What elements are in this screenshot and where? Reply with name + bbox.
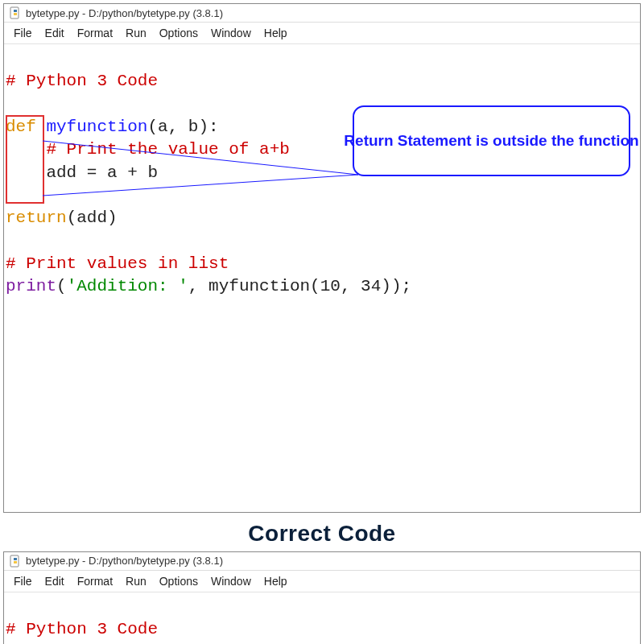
code-line: # Python 3 Code xyxy=(6,620,158,638)
code-line: # Python 3 Code xyxy=(6,72,158,90)
menubar: File Edit Format Run Options Window Help xyxy=(4,571,640,592)
code-line: # Print the value of a+b xyxy=(6,140,290,159)
menu-window[interactable]: Window xyxy=(204,573,258,589)
code-keyword-def: def xyxy=(6,118,36,136)
menu-format[interactable]: Format xyxy=(71,573,119,589)
callout-error: Return Statement is outside the function xyxy=(353,105,630,176)
python-file-icon xyxy=(9,555,22,568)
menu-edit[interactable]: Edit xyxy=(39,25,71,41)
code-paren: ( xyxy=(56,277,67,295)
python-file-icon xyxy=(9,6,22,19)
menu-options[interactable]: Options xyxy=(153,573,204,589)
window-title: bytetype.py - D:/python/bytetype.py (3.8… xyxy=(26,7,223,19)
code-editor-correct[interactable]: # Python 3 Code def myfunction(a, b): # … xyxy=(4,592,640,644)
menu-run[interactable]: Run xyxy=(119,25,153,41)
idle-window-correct: bytetype.py - D:/python/bytetype.py (3.8… xyxy=(3,551,641,644)
menu-file[interactable]: File xyxy=(7,25,39,41)
titlebar: bytetype.py - D:/python/bytetype.py (3.8… xyxy=(4,552,640,571)
code-params: (a, b): xyxy=(147,118,218,136)
menu-help[interactable]: Help xyxy=(258,573,294,589)
code-line: # Print values in list xyxy=(6,254,229,273)
menu-run[interactable]: Run xyxy=(119,573,153,589)
code-line: add = a + b xyxy=(6,163,158,182)
idle-window-incorrect: bytetype.py - D:/python/bytetype.py (3.8… xyxy=(3,3,641,513)
callout-text: Return Statement is outside the function xyxy=(344,130,638,151)
code-funcname: myfunction xyxy=(36,118,148,136)
code-comma: , xyxy=(188,277,208,295)
code-callargs: (10, 34)); xyxy=(310,277,411,295)
code-keyword-return: return xyxy=(6,208,67,227)
menubar: File Edit Format Run Options Window Help xyxy=(4,23,640,44)
menu-window[interactable]: Window xyxy=(204,25,258,41)
menu-edit[interactable]: Edit xyxy=(39,573,71,589)
code-editor-incorrect[interactable]: # Python 3 Code def myfunction(a, b): # … xyxy=(4,44,640,512)
menu-help[interactable]: Help xyxy=(258,25,294,41)
code-builtin-print: print xyxy=(6,277,56,295)
code-string: 'Addition: ' xyxy=(67,277,188,295)
menu-options[interactable]: Options xyxy=(153,25,204,41)
window-title: bytetype.py - D:/python/bytetype.py (3.8… xyxy=(26,555,223,567)
section-title: Correct Code xyxy=(0,521,644,547)
menu-format[interactable]: Format xyxy=(71,25,119,41)
titlebar: bytetype.py - D:/python/bytetype.py (3.8… xyxy=(4,4,640,23)
code-callname: myfunction xyxy=(208,277,310,295)
menu-file[interactable]: File xyxy=(7,573,39,589)
code-return-arg: (add) xyxy=(67,208,118,227)
